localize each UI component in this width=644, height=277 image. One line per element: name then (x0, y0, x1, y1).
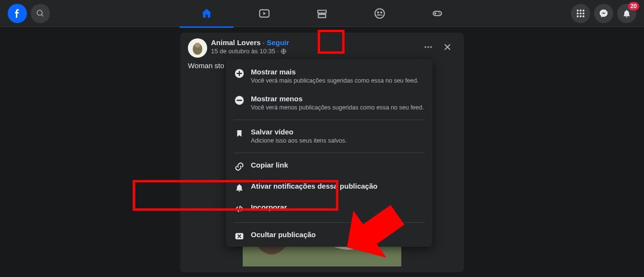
menu-item-label: Ativar notificações dessa publicação (251, 182, 425, 190)
svg-point-18 (195, 43, 200, 48)
menu-grid-icon (576, 9, 585, 18)
nav-tab-watch[interactable] (237, 1, 291, 26)
menu-item-label: Copiar link (251, 161, 425, 169)
menu-item-embed[interactable]: Incorporar (230, 198, 429, 219)
menu-item-show-less[interactable]: Mostrar menosVocê verá menos publicações… (230, 90, 429, 117)
svg-point-14 (580, 15, 582, 17)
svg-point-13 (577, 15, 579, 17)
messenger-button[interactable] (594, 4, 613, 23)
menu-item-desc: Você verá menos publicações sugeridas co… (251, 104, 425, 112)
svg-point-3 (380, 11, 382, 13)
menu-item-label: Salvar vídeo (251, 128, 425, 136)
menu-item-label: Mostrar menos (251, 95, 425, 103)
svg-point-11 (580, 12, 582, 14)
feed: Animal Lovers · Seguir 15 de outubro às … (0, 27, 644, 272)
svg-point-20 (425, 46, 426, 48)
menu-divider (234, 120, 425, 120)
svg-point-2 (377, 11, 379, 13)
nav-tab-groups[interactable] (353, 1, 407, 26)
plus-circle-icon (234, 68, 245, 79)
post-header: Animal Lovers · Seguir 15 de outubro às … (188, 38, 456, 58)
svg-point-6 (439, 13, 440, 14)
public-globe-icon (281, 48, 286, 54)
more-horizontal-icon (423, 42, 433, 52)
post-close-button[interactable] (439, 38, 456, 56)
link-icon (234, 161, 245, 172)
separator-dot: · (263, 38, 267, 47)
svg-point-8 (580, 10, 582, 12)
top-bar: 20 (0, 0, 644, 27)
watch-icon (258, 7, 271, 20)
bell-icon (235, 182, 244, 193)
notification-badge: 20 (628, 2, 639, 11)
marketplace-icon (316, 7, 328, 20)
facebook-logo[interactable] (8, 4, 27, 23)
post-card: Animal Lovers · Seguir 15 de outubro às … (180, 33, 464, 272)
menu-item-save-video[interactable]: Salvar vídeoAdicione isso aos seus itens… (230, 123, 429, 150)
nav-tab-home[interactable] (180, 1, 234, 26)
svg-point-10 (577, 12, 579, 14)
menu-item-copy-link[interactable]: Copiar link (230, 156, 429, 177)
post-meta: Animal Lovers · Seguir 15 de outubro às … (211, 38, 416, 55)
code-embed-icon (234, 204, 245, 214)
menu-item-desc: Você verá mais publicações sugeridas com… (251, 77, 425, 85)
topbar-left (8, 4, 152, 23)
menu-item-show-more[interactable]: Mostrar maisVocê verá mais publicações s… (230, 63, 429, 90)
svg-point-22 (430, 46, 432, 48)
menu-item-label: Mostrar mais (251, 68, 425, 76)
svg-point-1 (375, 9, 384, 18)
search-button[interactable] (31, 4, 50, 23)
menu-item-hide-post[interactable]: Ocultar publicação (230, 226, 429, 247)
minus-circle-icon (234, 95, 245, 106)
facebook-f-icon (12, 8, 23, 19)
messenger-icon (599, 9, 608, 18)
post-more-button[interactable] (420, 38, 437, 56)
follow-link[interactable]: Seguir (267, 38, 289, 47)
bookmark-icon (235, 128, 244, 139)
svg-point-12 (582, 12, 584, 14)
menu-item-label: Ocultar publicação (251, 230, 425, 239)
nav-tab-marketplace[interactable] (295, 1, 349, 26)
x-square-icon (234, 231, 245, 241)
home-icon (200, 7, 213, 20)
post-options-menu: Mostrar maisVocê verá mais publicações s… (226, 59, 433, 247)
svg-point-15 (582, 15, 584, 17)
page-avatar[interactable] (188, 38, 207, 58)
svg-point-21 (427, 46, 429, 48)
nav-tab-gaming[interactable] (410, 1, 464, 26)
menu-divider (234, 153, 425, 153)
svg-point-5 (438, 12, 439, 13)
menu-item-desc: Adicione isso aos seus itens salvos. (251, 137, 425, 145)
menu-item-turn-on-notifications[interactable]: Ativar notificações dessa publicação (230, 177, 429, 198)
gaming-icon (431, 7, 444, 20)
groups-icon (373, 7, 386, 20)
menu-grid-button[interactable] (571, 4, 590, 23)
search-icon (36, 9, 45, 18)
menu-divider (234, 222, 425, 223)
center-nav-tabs (152, 0, 492, 27)
menu-item-label: Incorporar (251, 203, 425, 211)
topbar-right: 20 (492, 4, 636, 23)
post-author[interactable]: Animal Lovers (211, 38, 260, 47)
close-icon (443, 42, 452, 52)
svg-point-9 (582, 10, 584, 12)
separator-dot: · (277, 48, 279, 55)
post-timestamp[interactable]: 15 de outubro às 10:35 (211, 48, 275, 55)
notifications-button[interactable]: 20 (617, 4, 636, 23)
svg-point-7 (577, 10, 579, 12)
